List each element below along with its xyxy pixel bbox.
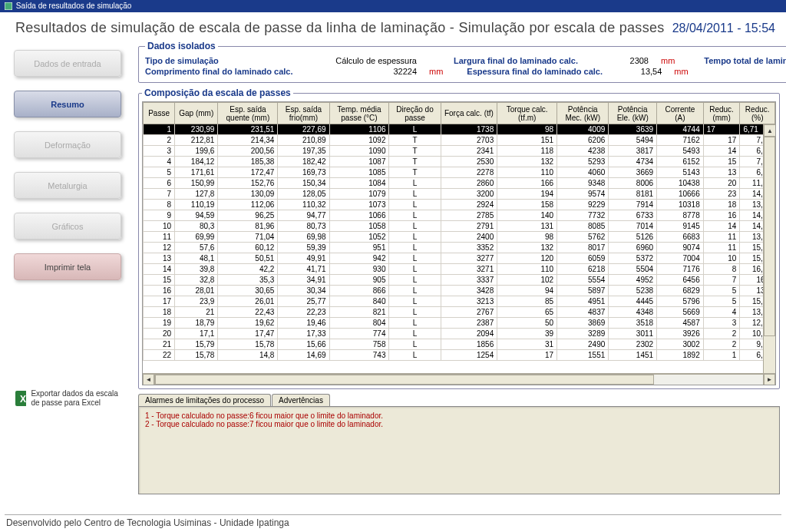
table-cell: L xyxy=(389,264,441,275)
scroll-thumb[interactable] xyxy=(764,137,775,336)
col-header[interactable]: Potência Mec. (kW) xyxy=(557,103,609,124)
table-cell: 25,77 xyxy=(278,296,329,307)
table-cell: 9229 xyxy=(557,200,609,210)
table-row[interactable]: 1169,9971,0469,981052L240098576251266683… xyxy=(144,232,775,243)
tab-1[interactable]: Advertências xyxy=(272,394,330,406)
table-cell: 94,77 xyxy=(278,210,329,221)
table-cell: 131 xyxy=(497,221,557,232)
col-header[interactable]: Potência Ele. (kW) xyxy=(609,103,657,124)
table-row[interactable]: 6150,99152,76150,341084L2860166934880061… xyxy=(144,178,775,189)
table-row[interactable]: 1532,835,334,91905L333710255544952645671… xyxy=(144,275,775,286)
table-cell: 166 xyxy=(497,178,557,189)
table-cell: 2278 xyxy=(441,167,497,178)
tipo-value: Cálculo de espessura xyxy=(325,56,417,65)
export-label: Exportar dados da escala de passe para E… xyxy=(31,389,124,408)
table-cell: 11 xyxy=(144,232,175,243)
window-title: Saída de resultados de simulação xyxy=(16,2,132,10)
table-cell: 1066 xyxy=(329,210,389,221)
table-cell: 199,6 xyxy=(175,146,218,157)
table-cell: 85 xyxy=(497,296,557,307)
col-header[interactable]: Corrente (A) xyxy=(657,103,704,124)
col-header[interactable]: Esp. saída quente (mm) xyxy=(218,103,278,124)
table-cell: 8 xyxy=(703,264,740,275)
table-cell: 20 xyxy=(144,329,175,339)
table-cell: 23,9 xyxy=(175,296,218,307)
scroll-up-arrow[interactable]: ▲ xyxy=(764,124,776,137)
table-cell: 8006 xyxy=(609,178,657,189)
table-cell: 182,42 xyxy=(278,157,329,167)
table-row[interactable]: 5171,61172,47169,731085T2278110406036695… xyxy=(144,167,775,178)
scroll-left-arrow[interactable]: ◄ xyxy=(143,374,154,385)
table-row[interactable]: 2215,7814,814,69743L12541715511451189216… xyxy=(144,350,775,361)
esp-unit: mm xyxy=(674,67,688,76)
table-row[interactable]: 1918,7919,6219,46804L2387503869351845873… xyxy=(144,318,775,329)
table-cell: 6218 xyxy=(557,264,609,275)
table-cell: 98 xyxy=(497,124,557,135)
table-cell: 17 xyxy=(497,350,557,361)
col-header[interactable]: Direção do passe xyxy=(389,103,441,124)
larg-label: Largura final do laminado calc. xyxy=(454,56,607,65)
isolated-data-group: Dados isolados Tipo de simulação Cálculo… xyxy=(138,41,786,83)
table-cell: L xyxy=(389,329,441,339)
col-header[interactable]: Reduc. (%) xyxy=(740,103,775,124)
table-cell: 840 xyxy=(329,296,389,307)
table-cell: 17,47 xyxy=(218,329,278,339)
export-excel-button[interactable]: X Exportar dados da escala de passe para… xyxy=(9,388,124,409)
table-cell: 16 xyxy=(703,210,740,221)
table-cell: 34,91 xyxy=(278,275,329,286)
col-header[interactable]: Reduc. (mm) xyxy=(703,103,740,124)
table-cell: 866 xyxy=(329,286,389,296)
table-cell: 1073 xyxy=(329,200,389,210)
table-cell: 18 xyxy=(144,307,175,318)
table-row[interactable]: 2115,7915,7815,66758L1856312490230230022… xyxy=(144,339,775,350)
tab-0[interactable]: Alarmes de limitações do processo xyxy=(138,394,271,406)
table-cell: 152,76 xyxy=(218,178,278,189)
table-container: PasseGap (mm)Esp. saída quente (mm)Esp. … xyxy=(142,101,776,385)
passes-table[interactable]: PasseGap (mm)Esp. saída quente (mm)Esp. … xyxy=(143,102,775,361)
table-row[interactable]: 1230,99231,51227,691106L1738984009363947… xyxy=(144,124,775,135)
col-header[interactable]: Torque calc. (tf.m) xyxy=(497,103,557,124)
table-cell: 9 xyxy=(144,210,175,221)
nav-imprimir-tela[interactable]: Imprimir tela xyxy=(14,253,121,280)
table-row[interactable]: 1439,842,241,71930L327111062185504717681… xyxy=(144,264,775,275)
table-cell: 804 xyxy=(329,318,389,329)
table-row[interactable]: 1628,0130,6530,34866L3428945897523868295… xyxy=(144,286,775,296)
scroll-right-arrow[interactable]: ► xyxy=(764,374,775,385)
col-header[interactable]: Esp. saída frio(mm) xyxy=(278,103,329,124)
table-cell: 2400 xyxy=(441,232,497,243)
table-row[interactable]: 2017,117,4717,33774L20943932893011392621… xyxy=(144,329,775,339)
table-cell: 8085 xyxy=(557,221,609,232)
table-cell: 21 xyxy=(175,307,218,318)
table-row[interactable]: 2212,81214,34210,891092T2703151620654947… xyxy=(144,135,775,146)
table-row[interactable]: 1348,150,5149,91942L32771206059537270041… xyxy=(144,253,775,264)
table-cell: 20 xyxy=(703,178,740,189)
table-cell: 102 xyxy=(497,275,557,286)
table-row[interactable]: 4184,12185,38182,421087T2530132529347346… xyxy=(144,157,775,167)
table-cell: L xyxy=(389,275,441,286)
table-row[interactable]: 7127,8130,09128,051079L32001949574818110… xyxy=(144,189,775,200)
table-cell: 2 xyxy=(144,135,175,146)
col-header[interactable]: Temp. média passe (°C) xyxy=(329,103,389,124)
table-cell: 41,71 xyxy=(278,264,329,275)
vertical-scrollbar[interactable]: ▲ xyxy=(763,124,775,373)
table-cell: 49,91 xyxy=(278,253,329,264)
table-cell: 10666 xyxy=(657,189,704,200)
table-row[interactable]: 3199,6200,56197,351090T23411184238381754… xyxy=(144,146,775,157)
table-cell: 3 xyxy=(703,318,740,329)
table-row[interactable]: 994,5996,2594,771066L2785140773267338778… xyxy=(144,210,775,221)
table-row[interactable]: 1080,381,9680,731058L2791131808570149145… xyxy=(144,221,775,232)
nav-deformação: Deformação xyxy=(14,131,121,158)
table-row[interactable]: 8110,19112,06110,321073L2924158922979141… xyxy=(144,200,775,210)
col-header[interactable]: Passe xyxy=(144,103,175,124)
isolated-legend: Dados isolados xyxy=(145,41,218,51)
table-cell: 42,2 xyxy=(218,264,278,275)
col-header[interactable]: Força calc. (tf) xyxy=(441,103,497,124)
table-row[interactable]: 182122,4322,23821L276765483743485669413,… xyxy=(144,307,775,318)
table-row[interactable]: 1723,926,0125,77840L32138549514445579651… xyxy=(144,296,775,307)
nav-resumo[interactable]: Resumo xyxy=(14,91,121,117)
table-cell: 2860 xyxy=(441,178,497,189)
horizontal-scrollbar[interactable]: ◄ ► xyxy=(143,373,775,385)
col-header[interactable]: Gap (mm) xyxy=(175,103,218,124)
hscroll-thumb[interactable] xyxy=(155,375,654,385)
table-row[interactable]: 1257,660,1259,39951L33521328017696090741… xyxy=(144,243,775,253)
